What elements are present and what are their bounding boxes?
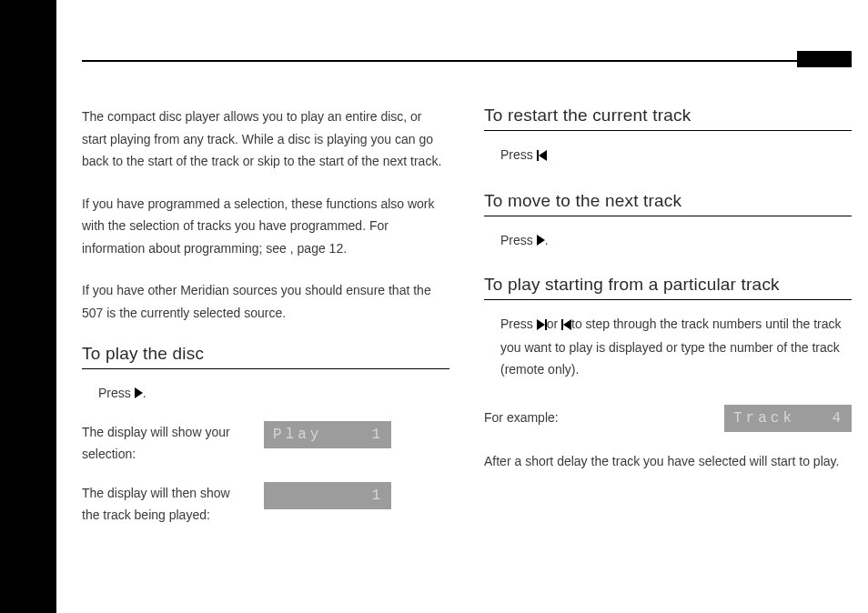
play-icon bbox=[135, 387, 143, 398]
press-label: Press bbox=[500, 233, 537, 247]
side-black-bar bbox=[0, 0, 56, 613]
heading-next-track: To move to the next track bbox=[484, 191, 852, 216]
intro-paragraph-2: If you have programmed a selection, thes… bbox=[82, 193, 449, 260]
heading-restart-track: To restart the current track bbox=[484, 106, 852, 131]
heading-particular-track: To play starting from a particular track bbox=[484, 275, 852, 300]
step-press: Press bbox=[500, 317, 537, 331]
previous-track-icon bbox=[561, 314, 571, 337]
lcd-display-example: Track 4 bbox=[724, 405, 852, 432]
press-play-line: Press . bbox=[82, 382, 449, 405]
header-rule bbox=[82, 60, 852, 62]
lcd-text-left: Play bbox=[273, 427, 322, 443]
left-column: The compact disc player allows you to pl… bbox=[82, 106, 449, 527]
heading-play-disc: To play the disc bbox=[82, 344, 449, 369]
lcd-text-left: Track bbox=[733, 410, 795, 427]
prog-text-b: , page 12. bbox=[290, 241, 347, 256]
intro-paragraph-3: If you have other Meridian sources you s… bbox=[82, 279, 449, 324]
page-content: The compact disc player allows you to pl… bbox=[56, 0, 868, 613]
example-label: For example: bbox=[484, 407, 559, 429]
lcd-display-play: Play 1 bbox=[264, 421, 391, 448]
lcd-text-right: 1 bbox=[371, 487, 384, 504]
header-accent-block bbox=[797, 51, 852, 67]
display-selection-row: The display will show your selection: Pl… bbox=[82, 421, 449, 466]
example-row: For example: Track 4 bbox=[484, 405, 852, 432]
after-delay-text: After a short delay the track you have s… bbox=[484, 450, 852, 473]
lcd-text-right: 4 bbox=[832, 410, 844, 427]
period: . bbox=[143, 386, 146, 400]
press-prev-line: Press bbox=[484, 144, 852, 167]
document-page: The compact disc player allows you to pl… bbox=[0, 0, 868, 613]
step-through-line: Press or to step through the track numbe… bbox=[484, 313, 852, 381]
previous-track-icon bbox=[537, 145, 547, 167]
display-track-row: The display will then show the track bei… bbox=[82, 482, 449, 527]
play-icon bbox=[537, 235, 545, 246]
intro-paragraph-1: The compact disc player allows you to pl… bbox=[82, 106, 449, 173]
next-track-icon bbox=[537, 314, 547, 337]
period: . bbox=[545, 233, 549, 247]
display-track-label: The display will then show the track bei… bbox=[82, 482, 237, 527]
display-selection-label: The display will show your selection: bbox=[82, 421, 237, 466]
press-next-line: Press . bbox=[484, 229, 852, 252]
prog-text-a: If you have programmed a selection, thes… bbox=[82, 196, 435, 256]
header-rule-area bbox=[82, 0, 852, 64]
right-column: To restart the current track Press To mo… bbox=[484, 106, 852, 527]
step-or: or bbox=[547, 317, 561, 331]
lcd-text-right: 1 bbox=[371, 427, 384, 443]
lcd-display-track: 1 bbox=[264, 482, 391, 509]
press-label: Press bbox=[98, 386, 135, 400]
press-label: Press bbox=[500, 147, 537, 162]
two-column-layout: The compact disc player allows you to pl… bbox=[82, 106, 852, 527]
